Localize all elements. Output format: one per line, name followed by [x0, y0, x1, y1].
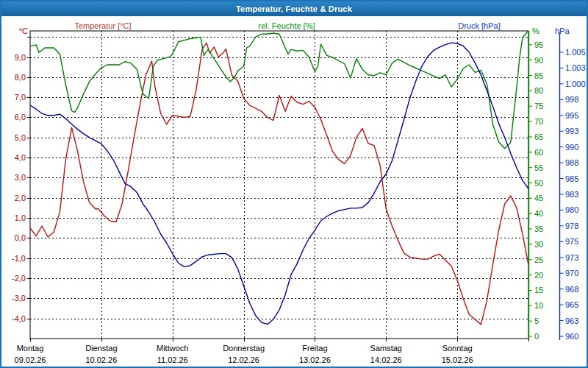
svg-text:20: 20 [534, 271, 543, 280]
svg-text:40: 40 [534, 209, 543, 218]
pressure-axis: 1.0051.0031.0009989959939909889859839809… [560, 32, 586, 341]
svg-text:970: 970 [565, 269, 578, 277]
date-label: 11.02.26 [157, 355, 188, 364]
svg-text:5: 5 [534, 316, 539, 325]
svg-text:2,0: 2,0 [15, 194, 26, 202]
svg-text:75: 75 [534, 102, 543, 110]
date-label: 10.02.26 [85, 355, 117, 364]
grid-lines [30, 31, 528, 339]
svg-text:1.000: 1.000 [565, 79, 586, 88]
series-temperature [30, 43, 528, 325]
svg-text:90: 90 [534, 56, 543, 65]
svg-text:1,0: 1,0 [15, 213, 26, 222]
svg-text:70: 70 [534, 117, 543, 126]
temperature-axis: 9,08,07,06,05,04,03,02,01,00,0-1,0-2,0-3… [12, 38, 30, 323]
day-label: Mittwoch [157, 344, 188, 353]
day-label: Sonntag [442, 344, 473, 353]
app-window: Temperatur, Feuchte & Druck Temperatur [… [0, 0, 588, 368]
svg-text:993: 993 [565, 127, 578, 135]
svg-text:95: 95 [534, 40, 543, 49]
date-label: 14.02.26 [370, 355, 402, 364]
svg-text:50: 50 [534, 179, 543, 188]
svg-text:-4,0: -4,0 [12, 314, 26, 323]
svg-text:0,0: 0,0 [15, 233, 26, 242]
svg-text:975: 975 [565, 237, 578, 246]
date-label: 15.02.26 [442, 355, 473, 364]
svg-text:85: 85 [534, 71, 543, 80]
svg-text:30: 30 [534, 240, 543, 249]
svg-text:65: 65 [534, 132, 543, 141]
series-humidity [30, 30, 528, 149]
svg-text:6,0: 6,0 [15, 113, 26, 121]
svg-text:978: 978 [565, 222, 578, 230]
svg-text:25: 25 [534, 255, 543, 264]
svg-text:35: 35 [534, 224, 543, 233]
svg-text:-1,0: -1,0 [12, 254, 26, 263]
svg-text:963: 963 [565, 316, 578, 325]
svg-text:55: 55 [534, 163, 543, 172]
svg-text:995: 995 [565, 111, 578, 120]
svg-text:10: 10 [534, 301, 543, 310]
svg-text:9,0: 9,0 [15, 53, 26, 62]
svg-text:3,0: 3,0 [15, 173, 26, 182]
svg-text:5,0: 5,0 [15, 133, 26, 142]
svg-text:-2,0: -2,0 [12, 274, 26, 283]
series-pressure [30, 43, 528, 325]
day-label: Freitag [302, 344, 327, 353]
humidity-axis: 95908580757065605550454035302520151050 [528, 31, 543, 341]
svg-text:998: 998 [565, 95, 578, 104]
svg-text:985: 985 [565, 174, 578, 183]
date-label: 13.02.26 [299, 355, 331, 364]
day-label: Dienstag [85, 344, 117, 353]
svg-text:990: 990 [565, 143, 578, 152]
svg-text:1.003: 1.003 [565, 63, 586, 72]
svg-text:988: 988 [565, 158, 578, 167]
day-label: Montag [17, 344, 44, 353]
day-axis: Montag09.02.26Dienstag10.02.26Mittwoch11… [15, 339, 529, 364]
svg-text:8,0: 8,0 [15, 73, 26, 82]
svg-text:80: 80 [534, 86, 543, 95]
svg-text:980: 980 [565, 205, 578, 214]
svg-text:965: 965 [565, 300, 578, 309]
svg-text:4,0: 4,0 [15, 153, 26, 162]
svg-text:968: 968 [565, 285, 578, 294]
svg-text:973: 973 [565, 253, 578, 262]
svg-text:45: 45 [534, 194, 543, 202]
date-label: 12.02.26 [228, 355, 259, 364]
day-label: Samstag [370, 344, 402, 353]
svg-text:1.005: 1.005 [565, 48, 586, 57]
day-label: Donnerstag [223, 344, 265, 353]
svg-text:7,0: 7,0 [15, 93, 26, 102]
svg-text:983: 983 [565, 190, 578, 199]
date-label: 09.02.26 [15, 355, 46, 364]
svg-text:960: 960 [565, 332, 578, 341]
svg-text:-3,0: -3,0 [12, 294, 26, 302]
svg-text:0: 0 [534, 332, 539, 341]
weather-chart: 9,08,07,06,05,04,03,02,01,00,0-1,0-2,0-3… [1, 1, 587, 367]
plot-border [30, 31, 528, 339]
svg-text:15: 15 [534, 286, 543, 294]
svg-text:60: 60 [534, 148, 543, 157]
